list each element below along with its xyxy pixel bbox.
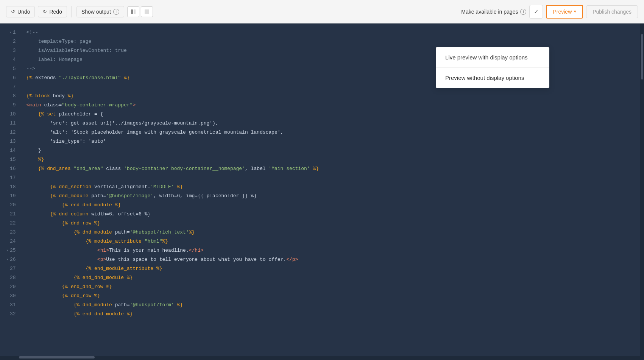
- line-num-text: 17: [10, 173, 16, 182]
- vertical-scrollbar[interactable]: [640, 23, 644, 360]
- code-token: main: [29, 101, 41, 110]
- code-token: dnd_area: [44, 164, 73, 173]
- line-number: ▾1: [5, 28, 17, 37]
- line-num-text: 19: [10, 192, 16, 201]
- code-token: extends: [32, 73, 59, 83]
- code-line: <!--: [20, 28, 644, 37]
- code-token: %}: [174, 301, 183, 310]
- line-num-text: 27: [10, 264, 16, 273]
- line-num-text: 1: [13, 28, 16, 37]
- code-token: %}: [174, 182, 183, 192]
- code-line: %}: [20, 155, 644, 164]
- svg-rect-2: [145, 9, 149, 14]
- view-btn-left[interactable]: [127, 6, 139, 17]
- code-token: {%: [27, 264, 92, 273]
- toolbar: ↺ Undo ↻ Redo Show output i Make availab…: [0, 0, 644, 23]
- line-num-text: 11: [10, 119, 16, 128]
- code-line: }: [20, 146, 644, 155]
- dropdown-item-no-display[interactable]: Preview without display options: [436, 68, 549, 88]
- code-token: 'Main section': [268, 164, 310, 173]
- publish-button[interactable]: Publish changes: [586, 5, 638, 18]
- fold-arrow-icon[interactable]: ▾: [9, 28, 11, 37]
- code-token: vertical_alignment=: [94, 182, 150, 192]
- scrollbar-thumb-v[interactable]: [641, 34, 643, 79]
- line-number: 31: [5, 301, 17, 310]
- dropdown-item-live-preview[interactable]: Live preview with display options: [436, 47, 549, 68]
- line-num-text: 23: [10, 228, 16, 237]
- code-token: class=: [41, 101, 62, 110]
- line-number: 21: [5, 210, 17, 219]
- code-lines: <!-- templateType: page isAvailableForNe…: [20, 23, 644, 323]
- preview-label: Preview: [553, 9, 572, 15]
- editor-container: ▾123456789101112131415161718192021222324…: [0, 23, 644, 360]
- code-token: path=: [115, 301, 130, 310]
- code-token: dnd_row: [68, 219, 94, 228]
- code-token: %}: [156, 264, 162, 273]
- code-token: This is your main headline.: [109, 246, 189, 255]
- code-line: 'size_type': 'auto': [20, 137, 644, 146]
- line-number: 8: [5, 92, 17, 101]
- preview-dropdown: Live preview with display options Previe…: [436, 47, 549, 88]
- undo-icon: ↺: [11, 9, 15, 14]
- line-number: 15: [5, 155, 17, 164]
- code-token: "./layouts/base.html": [59, 73, 121, 83]
- code-line: {% extends "./layouts/base.html" %}: [20, 73, 644, 83]
- redo-icon: ↻: [43, 9, 47, 14]
- code-token: 'alt': 'Stock placeholder image with gra…: [27, 128, 284, 137]
- code-token: %}: [127, 273, 133, 282]
- code-token: %}: [94, 291, 100, 301]
- scrollbar-thumb-h[interactable]: [19, 356, 95, 358]
- code-line: {% dnd_column width=6, offset=6 %}: [20, 210, 644, 219]
- code-line: {% dnd_area "dnd_area" class='body-conta…: [20, 164, 644, 173]
- code-token: end_dnd_module: [80, 310, 127, 319]
- line-num-text: 22: [10, 219, 16, 228]
- show-output-button[interactable]: Show output i: [76, 6, 124, 17]
- code-token: class=: [103, 164, 124, 173]
- preview-button[interactable]: Preview ▾: [546, 5, 583, 19]
- fold-arrow-icon[interactable]: ▾: [6, 255, 8, 264]
- undo-button[interactable]: ↺ Undo: [6, 6, 35, 17]
- svg-rect-1: [134, 9, 136, 14]
- line-numbers: ▾123456789101112131415161718192021222324…: [0, 23, 20, 323]
- code-line: 'src': get_asset_url('../images/grayscal…: [20, 119, 644, 128]
- code-token: {%: [27, 164, 44, 173]
- make-available-info-icon[interactable]: i: [520, 9, 526, 15]
- show-output-info-icon[interactable]: i: [113, 9, 119, 15]
- svg-rect-0: [131, 9, 133, 14]
- code-token: {%: [27, 210, 56, 219]
- horizontal-scrollbar[interactable]: [0, 356, 640, 360]
- code-token: {%: [27, 228, 80, 237]
- code-token: "html": [145, 237, 162, 246]
- code-token: %}: [27, 155, 44, 164]
- line-number: 6: [5, 73, 17, 83]
- view-single-icon: [144, 9, 150, 14]
- line-number: 7: [5, 83, 17, 92]
- line-number: 19: [5, 192, 17, 201]
- line-num-text: 28: [10, 273, 16, 282]
- code-token: isAvailableForNewContent: true: [27, 46, 127, 55]
- code-token: 'src': get_asset_url('../images/grayscal…: [27, 119, 218, 128]
- make-available-label: Make available in pages: [461, 9, 518, 15]
- checkmark-button[interactable]: ✓: [529, 5, 543, 19]
- code-token: module_attribute: [91, 237, 144, 246]
- line-num-text: 15: [10, 155, 16, 164]
- code-token: %}: [115, 201, 121, 210]
- view-btn-right[interactable]: [141, 6, 153, 17]
- code-token: "body-container-wrapper": [62, 101, 133, 110]
- code-line: {% dnd_row %}: [20, 219, 644, 228]
- code-line: -->: [20, 64, 644, 73]
- line-number: 11: [5, 119, 17, 128]
- code-token: {%: [27, 92, 33, 101]
- code-token: </p>: [286, 255, 298, 264]
- line-number: 9: [5, 101, 17, 110]
- code-token: %}: [106, 282, 112, 291]
- code-token: end_module_attribute: [91, 264, 156, 273]
- code-line: {% dnd_module path='@hubspot/rich_text'%…: [20, 228, 644, 237]
- line-number: 14: [5, 146, 17, 155]
- fold-arrow-icon[interactable]: ▾: [6, 246, 8, 255]
- redo-button[interactable]: ↻ Redo: [38, 6, 67, 17]
- line-num-text: 8: [13, 92, 16, 101]
- line-num-text: 4: [13, 55, 16, 64]
- line-num-text: 18: [10, 182, 16, 192]
- code-line: label: Homepage: [20, 55, 644, 64]
